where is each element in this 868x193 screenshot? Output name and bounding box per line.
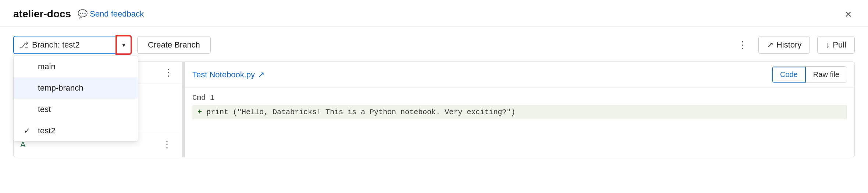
view-toggle: Code Raw file xyxy=(772,66,847,83)
branch-option-test2[interactable]: ✓ test2 xyxy=(14,120,138,141)
branch-value: Branch: test2 xyxy=(32,40,80,50)
code-plus: + xyxy=(198,108,206,116)
more-icon: ⋮ xyxy=(738,39,748,50)
branch-option-test-label: test xyxy=(38,105,51,114)
code-line: + print ("Hello, Databricks! This is a P… xyxy=(192,105,847,119)
more-icon-left: ⋮ xyxy=(164,67,174,78)
code-view-button[interactable]: Code xyxy=(772,67,806,83)
toolbar-left: ⎇ Branch: test2 ▾ main temp-bran xyxy=(13,36,211,54)
history-label: History xyxy=(776,40,801,50)
top-bar: atelier-docs 💬 Send feedback × xyxy=(0,0,868,27)
branch-dropdown-button[interactable]: ▾ xyxy=(116,36,131,54)
raw-view-button[interactable]: Raw file xyxy=(806,67,847,82)
feedback-icon: 💬 xyxy=(78,9,88,19)
top-bar-left: atelier-docs 💬 Send feedback xyxy=(13,8,144,20)
code-area: Cmd 1 + print ("Hello, Databricks! This … xyxy=(185,88,854,125)
history-button[interactable]: ↗ History xyxy=(758,36,810,54)
pull-button[interactable]: ↓ Pull xyxy=(817,36,855,54)
right-panel: Test Notebook.py ↗ Code Raw file Cmd 1 +… xyxy=(185,62,855,157)
close-button[interactable]: × xyxy=(842,7,855,21)
more-icon-left-2: ⋮ xyxy=(162,139,172,150)
chevron-down-icon: ▾ xyxy=(122,41,125,49)
pull-label: Pull xyxy=(833,40,846,50)
external-link-icon: ↗ xyxy=(767,40,773,50)
branch-option-main[interactable]: main xyxy=(14,56,138,77)
split-area: ⋮ A ⋮ Test Notebook.py ↗ Code Raw xyxy=(13,62,855,157)
file-link[interactable]: Test Notebook.py ↗ xyxy=(192,70,264,80)
more-options-button[interactable]: ⋮ xyxy=(735,38,751,52)
branch-option-test2-label: test2 xyxy=(38,126,56,136)
code-content: print ("Hello, Databricks! This is a Pyt… xyxy=(206,108,515,116)
main-content: ⎇ Branch: test2 ▾ main temp-bran xyxy=(0,27,868,157)
left-panel-more-button[interactable]: ⋮ xyxy=(161,66,177,80)
pull-icon: ↓ xyxy=(826,40,830,50)
branch-option-temp-label: temp-branch xyxy=(38,83,83,93)
branch-input[interactable]: ⎇ Branch: test2 xyxy=(13,36,116,54)
app-title: atelier-docs xyxy=(13,8,71,20)
right-panel-header: Test Notebook.py ↗ Code Raw file xyxy=(185,62,854,88)
branch-option-test[interactable]: test xyxy=(14,99,138,120)
toolbar: ⎇ Branch: test2 ▾ main temp-bran xyxy=(13,36,855,54)
branch-input-row: ⎇ Branch: test2 ▾ xyxy=(13,36,131,54)
toolbar-right: ⋮ ↗ History ↓ Pull xyxy=(735,36,855,54)
checkmark-icon: ✓ xyxy=(24,126,33,135)
external-link-icon-file: ↗ xyxy=(258,70,264,80)
branch-option-main-label: main xyxy=(38,62,56,71)
branch-dropdown: main temp-branch test ✓ test2 xyxy=(13,56,138,142)
feedback-label: Send feedback xyxy=(90,9,144,19)
branch-icon: ⎇ xyxy=(19,40,28,50)
create-branch-button[interactable]: Create Branch xyxy=(137,36,211,54)
file-name: Test Notebook.py xyxy=(192,70,255,80)
feedback-link[interactable]: 💬 Send feedback xyxy=(78,9,144,19)
branch-selector-wrapper: ⎇ Branch: test2 ▾ main temp-bran xyxy=(13,36,131,54)
branch-option-temp-branch[interactable]: temp-branch xyxy=(14,77,138,99)
code-label: Cmd 1 xyxy=(192,94,847,102)
left-panel-more-button-2[interactable]: ⋮ xyxy=(159,137,175,152)
